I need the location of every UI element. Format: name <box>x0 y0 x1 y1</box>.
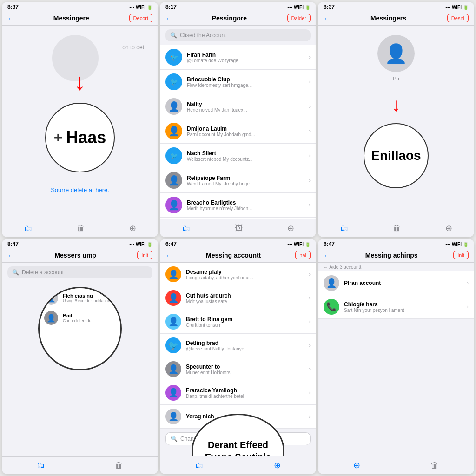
signal-icon-4: ▪▪▪ <box>129 242 134 247</box>
contact-sub: Using Recorder.locNacarte <box>63 298 116 303</box>
list-item[interactable]: 👤 Nallty Hene noived My Janf tgaex... › <box>160 94 316 119</box>
list-item[interactable]: 👤 Breacho Earligties Merfit hyprrune n'n… <box>160 193 316 218</box>
list-item[interactable]: 👤 Plran account › <box>318 271 474 295</box>
tab-icon-add-6[interactable]: ⊕ <box>353 460 360 470</box>
contact-info: Plran account <box>344 280 462 286</box>
avatar: 🐦 <box>165 73 182 90</box>
contact-sub: Crurlt bnt tonsum <box>186 323 304 328</box>
main-circle[interactable]: + Haas <box>45 103 115 172</box>
contact-info: Firan Farin @Tornate doe Wolfyrage <box>187 52 304 63</box>
tab-icon-trash-3[interactable]: 🗑 <box>393 224 401 233</box>
list-item[interactable]: 📞 Chlogíe hars Sart Ntn your pesyon l am… <box>318 295 474 319</box>
action-button-3[interactable]: Desni <box>447 14 469 22</box>
back-button-6[interactable]: ← <box>324 252 330 259</box>
chevron-icon: › <box>309 318 311 325</box>
tab-icon-list[interactable]: 🗂 <box>24 224 33 233</box>
tab-bar-1: 🗂 🗑 ⊕ <box>2 219 158 237</box>
tab-icon-add-5[interactable]: ⊕ <box>274 460 281 470</box>
chevron-icon: › <box>309 202 311 208</box>
status-icons-3: ▪▪▪ WiFi 🔋 <box>445 5 469 10</box>
chevron-icon: › <box>309 271 311 278</box>
tab-icon-trash-4[interactable]: 🗑 <box>115 461 123 470</box>
contact-sub: Merfit hyprrune n'nrely Jhfoon... <box>187 206 304 211</box>
status-icons-6: ▪▪▪ WiFi 🔋 <box>445 242 469 247</box>
list-item[interactable]: 👤 Frarscice Yamllogh Danp, tmeldi achter… <box>160 381 316 405</box>
list-item[interactable]: 👤 Relipsiope Farm Went Earned Myt Jrenhy… <box>160 168 316 193</box>
list-item[interactable]: 👤 Bail Canon loferndu <box>40 308 120 328</box>
list-item[interactable]: 🐦 Firan Farin @Tornate doe Wolfyrage › <box>160 45 316 70</box>
avatar: 🐦 <box>165 147 182 164</box>
action-button-6[interactable]: Inlt <box>453 251 469 259</box>
wifi-icon-2: WiFi <box>294 5 304 10</box>
status-bar-4: 8:47 ▪▪▪ WiFi 🔋 <box>2 239 158 248</box>
chevron-icon: › <box>309 103 311 110</box>
chevron-icon: › <box>309 177 311 184</box>
avatar: 👤 <box>44 311 58 325</box>
tab-icon-list-4[interactable]: 🗂 <box>37 461 45 470</box>
tab-icon-trash[interactable]: 🗑 <box>77 224 85 233</box>
nav-title-2: Pessingore <box>212 14 247 22</box>
tab-icon-trash-6[interactable]: 🗑 <box>430 461 439 470</box>
nav-bar-6: ← Messing achinps Inlt <box>318 248 474 263</box>
contact-sub: Canon loferndu <box>63 318 116 323</box>
back-button-2[interactable]: ← <box>165 15 172 22</box>
time-6: 6:47 <box>324 241 335 247</box>
back-button-5[interactable]: ← <box>165 252 172 259</box>
tab-icon-add-2[interactable]: ⊕ <box>287 223 294 233</box>
contact-name: Brett to Rina gem <box>186 316 304 323</box>
battery-icon: 🔋 <box>147 5 152 10</box>
back-button-3[interactable]: ← <box>324 15 330 22</box>
action-button-1[interactable]: Decort <box>129 14 152 22</box>
list-item[interactable]: 🐦 Nach Silert Wellssert ntobod My dccoun… <box>160 144 316 168</box>
avatar: 📞 <box>324 299 339 315</box>
contact-info: Frarscice Yamllogh Danp, tmeldi achterth… <box>186 387 304 399</box>
list-item[interactable]: 🐦 Briocuoble Clup Flow fderontesty sart … <box>160 70 316 94</box>
time-2: 8:17 <box>165 4 177 10</box>
wifi-icon: WiFi <box>136 5 145 10</box>
profile-area: 👤 Pri ↓ Enillaos <box>318 26 474 219</box>
action-button-2[interactable]: Daider <box>287 14 311 22</box>
tab-icon-add-3[interactable]: ⊕ <box>445 223 452 233</box>
contact-info: Briocuoble Clup Flow fderontesty sart hm… <box>187 76 304 88</box>
avatar: 👤 <box>165 290 181 306</box>
search-bar-2[interactable]: 🔍 Clised the Account <box>165 29 311 41</box>
tab-icon-list-5[interactable]: 🗂 <box>195 461 204 470</box>
list-item[interactable]: 👤 Cut huts árdurch Moit yoa lustas sate … <box>160 286 316 310</box>
tab-icon-list-2[interactable]: 🗂 <box>182 224 191 233</box>
tap-text: on to det <box>122 44 144 51</box>
tab-icon-photo-2[interactable]: 🖼 <box>235 224 243 233</box>
screen-2: 8:17 ▪▪▪ WiFi 🔋 ← Pessingore Daider 🔍 Cl… <box>160 2 316 237</box>
tab-icon-list-3[interactable]: 🗂 <box>340 224 349 233</box>
wifi-icon-3: WiFi <box>452 5 462 10</box>
wifi-icon-5: WiFi <box>294 242 304 247</box>
contact-sub: Danp, tmeldi achterthe betel <box>186 394 304 399</box>
contact-name: Frarscice Yamllogh <box>186 387 304 394</box>
tab-bar-4: 🗂 🗑 <box>2 456 158 474</box>
screen-1: 8:37 ▪▪▪ WiFi 🔋 ← Messingere Decort on t… <box>2 2 158 237</box>
action-button-4[interactable]: Inlt <box>137 251 152 259</box>
contact-sub: Loingo adahy, adther yonl ome... <box>186 275 304 280</box>
list-item[interactable]: 🐦 Detling brad @faece.amt Nalfly_lonfany… <box>160 334 316 357</box>
contact-info: Dmijona Laulm Parni dccount My Johdarh g… <box>187 126 304 137</box>
list-item[interactable]: 👤 Dmijona Laulm Parni dccount My Johdarh… <box>160 119 316 144</box>
search-bar-4[interactable]: 🔍 Delete a account <box>7 266 152 278</box>
avatar: 🐦 <box>165 49 182 66</box>
list-item[interactable]: 👤 Desame plaly Loingo adahy, adther yonl… <box>160 263 316 286</box>
nav-bar-5: ← Messing accountt hál <box>160 248 316 263</box>
status-icons-5: ▪▪▪ WiFi 🔋 <box>287 242 311 247</box>
nav-bar-1: ← Messingere Decort <box>2 11 158 26</box>
battery-icon-2: 🔋 <box>305 5 311 10</box>
avatar: 👤 <box>165 123 182 139</box>
action-button-5[interactable]: hál <box>295 251 311 259</box>
time-4: 8:47 <box>7 241 19 247</box>
main-circle-3[interactable]: Enillaos <box>364 123 429 188</box>
circle-overlay-4: 👤 Flch erasing Using Recorder.locNacarte… <box>38 287 122 370</box>
tab-icon-add[interactable]: ⊕ <box>129 223 136 233</box>
list-item[interactable]: 👤 Brett to Rina gem Crurlt bnt tonsum › <box>160 310 316 334</box>
contact-info: Relipsiope Farm Went Earned Myt Jrenhy h… <box>187 175 304 186</box>
list-item[interactable]: 👤 Flch erasing Using Recorder.locNacarte <box>40 288 120 308</box>
list-item[interactable]: 👤 Specunter to Muner ennt Holtiomrs › <box>160 357 316 381</box>
avatar: 👤 <box>165 266 181 282</box>
back-button-1[interactable]: ← <box>7 15 13 22</box>
back-button-4[interactable]: ← <box>7 252 13 259</box>
